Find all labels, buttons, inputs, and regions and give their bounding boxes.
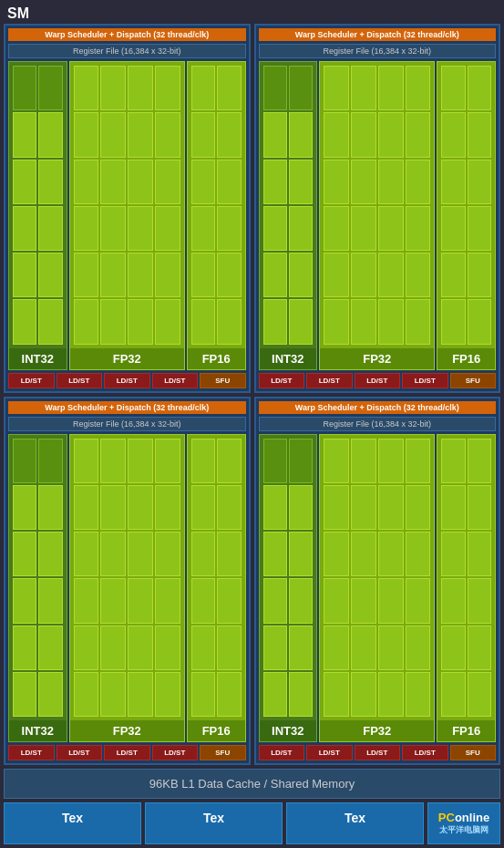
- ldst-btn-1-1: LD/ST: [8, 373, 55, 388]
- bottom-units-1: LD/ST LD/ST LD/ST LD/ST SFU: [8, 373, 246, 388]
- sfu-btn-2: SFU: [450, 373, 497, 388]
- ldst-btn-4-1: LD/ST: [259, 745, 305, 760]
- tex-button-1[interactable]: Tex: [4, 802, 141, 844]
- fp32-label-4: FP32: [320, 720, 434, 741]
- sm-unit-4: Warp Scheduler + Dispatch (32 thread/clk…: [254, 397, 501, 766]
- fp16-block-1: FP16: [187, 61, 246, 370]
- fp16-block-4: FP16: [437, 434, 496, 743]
- register-file-2: Register File (16,384 x 32-bit): [259, 44, 497, 58]
- ldst-btn-3-3: LD/ST: [104, 745, 150, 760]
- fp16-grid-1: [188, 62, 245, 348]
- warp-scheduler-3: Warp Scheduler + Dispatch (32 thread/clk…: [8, 401, 246, 414]
- tex-row: Tex Tex Tex PConline 太平洋电脑网: [4, 802, 500, 844]
- int32-grid-2: [260, 62, 317, 348]
- fp32-grid-2: [320, 62, 434, 348]
- fp16-grid-3: [188, 435, 245, 721]
- pconline-badge: PConline 太平洋电脑网: [427, 802, 500, 844]
- fp32-block-3: FP32: [69, 434, 185, 743]
- int32-label-3: INT32: [9, 720, 67, 741]
- ldst-btn-2-2: LD/ST: [306, 373, 353, 388]
- compute-units-4: INT32: [259, 434, 497, 743]
- sm-container: SM Warp Scheduler + Dispatch (32 thread/…: [0, 0, 504, 848]
- ldst-btn-2-1: LD/ST: [259, 373, 305, 388]
- compute-units-1: INT32: [8, 61, 246, 370]
- register-file-1: Register File (16,384 x 32-bit): [8, 44, 246, 58]
- ldst-btn-4-4: LD/ST: [402, 745, 448, 760]
- int32-label-2: INT32: [260, 348, 317, 369]
- int32-block-1: INT32: [8, 61, 67, 370]
- int32-block-3: INT32: [8, 434, 67, 743]
- register-file-4: Register File (16,384 x 32-bit): [259, 417, 497, 431]
- sm-title: SM: [4, 4, 500, 24]
- tex-button-3[interactable]: Tex: [286, 802, 424, 844]
- int32-grid-4: [260, 435, 317, 721]
- fp32-label-1: FP32: [70, 348, 184, 369]
- fp32-grid-3: [70, 435, 184, 721]
- l1-cache: 96KB L1 Data Cache / Shared Memory: [4, 769, 500, 799]
- fp32-label-2: FP32: [320, 348, 434, 369]
- compute-units-3: INT32: [8, 434, 246, 743]
- fp16-block-2: FP16: [437, 61, 496, 370]
- sfu-btn-4: SFU: [450, 745, 497, 760]
- fp32-block-4: FP32: [319, 434, 435, 743]
- compute-units-2: INT32: [259, 61, 497, 370]
- tex-button-2[interactable]: Tex: [145, 802, 283, 844]
- int32-label-4: INT32: [260, 720, 317, 741]
- warp-scheduler-4: Warp Scheduler + Dispatch (32 thread/clk…: [259, 401, 497, 414]
- sfu-btn-1: SFU: [200, 373, 246, 388]
- sfu-btn-3: SFU: [200, 745, 246, 760]
- fp16-grid-4: [437, 435, 495, 721]
- sm-unit-2: Warp Scheduler + Dispatch (32 thread/clk…: [254, 24, 501, 393]
- fp16-grid-2: [437, 62, 495, 348]
- fp32-grid-4: [320, 435, 434, 721]
- int32-label-1: INT32: [9, 348, 67, 369]
- register-file-3: Register File (16,384 x 32-bit): [8, 417, 246, 431]
- bottom-units-3: LD/ST LD/ST LD/ST LD/ST SFU: [8, 745, 246, 760]
- sm-unit-3: Warp Scheduler + Dispatch (32 thread/clk…: [4, 397, 251, 766]
- int32-grid-3: [9, 435, 67, 721]
- fp16-label-4: FP16: [437, 720, 495, 741]
- bottom-units-2: LD/ST LD/ST LD/ST LD/ST SFU: [259, 373, 497, 388]
- ldst-btn-1-2: LD/ST: [57, 373, 103, 388]
- quad-grid: Warp Scheduler + Dispatch (32 thread/clk…: [4, 24, 500, 765]
- int32-block-4: INT32: [259, 434, 318, 743]
- ldst-btn-3-1: LD/ST: [8, 745, 55, 760]
- warp-scheduler-1: Warp Scheduler + Dispatch (32 thread/clk…: [8, 28, 246, 41]
- fp32-block-2: FP32: [319, 61, 435, 370]
- fp16-block-3: FP16: [187, 434, 246, 743]
- fp32-block-1: FP32: [69, 61, 185, 370]
- ldst-btn-1-3: LD/ST: [104, 373, 150, 388]
- fp32-grid-1: [70, 62, 184, 348]
- ldst-btn-1-4: LD/ST: [152, 373, 199, 388]
- ldst-btn-2-4: LD/ST: [402, 373, 448, 388]
- ldst-btn-4-2: LD/ST: [306, 745, 353, 760]
- bottom-units-4: LD/ST LD/ST LD/ST LD/ST SFU: [259, 745, 497, 760]
- int32-grid-1: [9, 62, 67, 348]
- fp16-label-1: FP16: [188, 348, 245, 369]
- warp-scheduler-2: Warp Scheduler + Dispatch (32 thread/clk…: [259, 28, 497, 41]
- ldst-btn-2-3: LD/ST: [355, 373, 401, 388]
- ldst-btn-4-3: LD/ST: [355, 745, 401, 760]
- int32-block-2: INT32: [259, 61, 318, 370]
- sm-unit-1: Warp Scheduler + Dispatch (32 thread/clk…: [4, 24, 251, 393]
- fp32-label-3: FP32: [70, 720, 184, 741]
- fp16-label-3: FP16: [188, 720, 245, 741]
- ldst-btn-3-4: LD/ST: [152, 745, 199, 760]
- fp16-label-2: FP16: [437, 348, 495, 369]
- ldst-btn-3-2: LD/ST: [57, 745, 103, 760]
